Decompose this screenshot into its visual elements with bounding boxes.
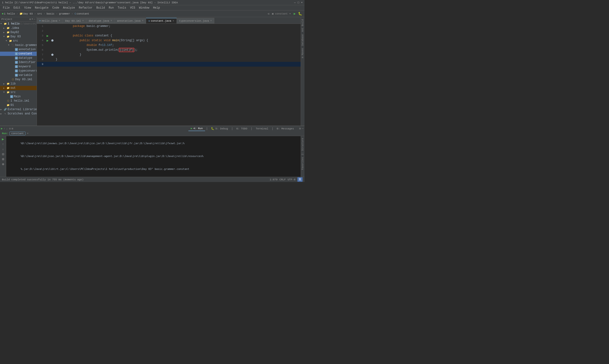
tree-item-out[interactable]: ▶ 📁 out xyxy=(0,86,37,90)
tree-item-hello-iml[interactable]: ⬡ 1 hello.iml xyxy=(0,99,37,103)
bottom-tab-todo[interactable]: 6: TODO xyxy=(234,127,250,131)
run-stop-down-btn[interactable]: ↓ xyxy=(6,127,8,130)
bottom-tab-terminal[interactable]: Terminal xyxy=(253,127,271,131)
breadcrumb-basic[interactable]: basic xyxy=(47,12,54,15)
console-run-btn[interactable]: ▶ xyxy=(1,137,5,141)
console-wrap-btn[interactable]: ⊞ xyxy=(1,157,5,161)
tree-item-annotation[interactable]: C annotation xyxy=(0,47,37,52)
menu-vcs[interactable]: VCS xyxy=(128,6,137,10)
bottom-tab-debug[interactable]: 🐛 5: Debug xyxy=(209,126,230,131)
run-tab-label: 4: Run xyxy=(194,127,203,130)
menu-code[interactable]: Code xyxy=(51,6,61,10)
tab-day03-iml[interactable]: Day 03.iml × xyxy=(63,18,86,24)
tab-annotation[interactable]: annotation.java × xyxy=(115,18,146,24)
tree-item-identifier[interactable]: C Identifier xyxy=(0,60,37,65)
database-label[interactable]: Database xyxy=(301,33,304,47)
tree-item-datatype[interactable]: C datatype xyxy=(0,56,37,60)
run-button[interactable]: ▶ xyxy=(293,12,297,16)
run-config-dropdown[interactable]: ▣ constant ▾ xyxy=(271,12,292,15)
run-stop-up-btn[interactable]: ↑ xyxy=(4,127,5,130)
sidebar-toolbar[interactable]: ⚙ ≡ — xyxy=(29,18,35,21)
tree-item-variable[interactable]: C variable xyxy=(0,73,37,77)
settings-icon[interactable]: ⚙ xyxy=(299,127,301,130)
tree-item-constant[interactable]: C constant xyxy=(0,52,37,56)
tab-close-hello[interactable]: × xyxy=(59,20,60,22)
breadcrumb-constant[interactable]: C constant xyxy=(75,12,89,15)
tree-item-keyword[interactable]: C keyword xyxy=(0,65,37,69)
favorites-label[interactable]: Favorites xyxy=(301,156,304,171)
tree-item-typeconversion[interactable]: C typeconversion xyxy=(0,69,37,73)
sidebar-expand-icon[interactable]: ≡ xyxy=(32,18,33,21)
breadcrumb-day[interactable]: 📁 Day 03 xyxy=(20,12,33,15)
tree-item-root[interactable]: ▼ 📁 1 hello C:\Users\PC\Idea... xyxy=(0,22,37,26)
tree-item-ext-libs[interactable]: ▶ 🔗 External Libraries xyxy=(0,107,37,112)
bottom-tab-run[interactable]: ▶ 4: Run xyxy=(188,126,205,131)
menu-file[interactable]: File xyxy=(1,6,12,10)
tab-close-datatype[interactable]: × xyxy=(111,20,112,22)
tab-hello-java[interactable]: ● Hello.java × xyxy=(37,18,63,24)
debug-button[interactable]: 🐛 xyxy=(298,12,303,16)
maximize-button[interactable]: □ xyxy=(298,1,299,4)
tab-constant[interactable]: ● constant.java × xyxy=(146,18,177,24)
run-layout-btn[interactable]: ⊟ xyxy=(9,127,11,130)
close-button[interactable]: × xyxy=(301,1,303,4)
tab-label-hello: Hello.java xyxy=(42,20,57,22)
tree-item-src-root[interactable]: ▼ 📁 src xyxy=(0,90,37,94)
sidebar-settings-icon[interactable]: ⚙ xyxy=(29,18,31,21)
menu-view[interactable]: View xyxy=(22,6,33,10)
console-tab-name[interactable]: constant xyxy=(10,131,26,135)
console-line-cp1: %D:\Java\jre\lib\javaws.jar;D:\Java\jre\… xyxy=(8,137,299,150)
menu-navigate[interactable]: Navigate xyxy=(33,6,51,10)
tab-datatype[interactable]: datatype.java × xyxy=(86,18,115,24)
run-wrap-btn[interactable]: ⊞ xyxy=(12,127,13,130)
tree-item-scratches[interactable]: ▶ ✎ Scratches and Consoles xyxy=(0,112,37,116)
window-controls[interactable]: — □ × xyxy=(294,1,303,4)
nav-back-btn[interactable]: ◁ xyxy=(267,12,270,15)
tree-item-src-day03[interactable]: ▼ 📁 src xyxy=(0,39,37,43)
tree-item-basic-grammer[interactable]: ▼ ⬛ basic.grammer xyxy=(0,43,37,47)
breadcrumb-project[interactable]: ■ 1 hello xyxy=(2,12,15,15)
code-editor[interactable]: 1 package basic.grammer; 2 3 ▶ pu xyxy=(37,24,301,126)
breadcrumb-grammer[interactable]: grammer xyxy=(59,12,70,15)
close-panel-icon[interactable]: — xyxy=(302,127,304,130)
console-clear-btn[interactable]: ⊗ xyxy=(1,162,5,166)
bottom-tab-messages[interactable]: 0: Messages xyxy=(274,127,297,131)
console-close-tab[interactable]: × xyxy=(27,132,28,135)
menu-edit[interactable]: Edit xyxy=(12,6,22,10)
line-num-8: 8 xyxy=(37,58,45,61)
console-down-btn[interactable]: ↓ xyxy=(1,147,5,151)
tab-typeconversion[interactable]: typeconversion.java × xyxy=(177,18,214,24)
tree-item-idea[interactable]: ▶ 📁 .idea xyxy=(0,26,37,30)
tree-item-01[interactable]: 📁 01 xyxy=(0,103,37,107)
tab-close-annotation[interactable]: × xyxy=(142,20,143,22)
tree-item-main[interactable]: C Main xyxy=(0,94,37,99)
sidebar-minimize-icon[interactable]: — xyxy=(34,18,35,21)
run-restart-btn[interactable]: ▶ xyxy=(1,127,3,130)
menu-build[interactable]: Build xyxy=(94,6,107,10)
breadcrumb-src[interactable]: src xyxy=(37,12,42,15)
breadcrumb-sep-3: › xyxy=(43,12,45,15)
tree-item-day03[interactable]: ▼ 📁 Day 03 xyxy=(0,35,37,39)
console-layout: ▶ ↑ ↓ ⊟ ⊞ ⊗ %D:\Java\jre\lib\javaws.jar;… xyxy=(0,136,305,177)
status-lang[interactable]: 英 xyxy=(297,177,303,182)
menu-analyze[interactable]: Analyze xyxy=(61,6,77,10)
tab-close-day03-iml[interactable]: × xyxy=(82,20,84,22)
tree-item-day02[interactable]: ▶ 📁 Day02 xyxy=(0,30,37,35)
status-encoding: UTF-8 xyxy=(288,178,296,181)
menu-tools[interactable]: Tools xyxy=(116,6,128,10)
tab-close-typeconversion[interactable]: × xyxy=(210,20,212,22)
line-bp-7: ⬟ xyxy=(50,53,55,57)
menu-run[interactable]: Run xyxy=(107,6,116,10)
menu-help[interactable]: Help xyxy=(151,6,162,10)
console-up-btn[interactable]: ↑ xyxy=(1,142,5,146)
structure-label[interactable]: 2: Structure xyxy=(301,137,304,156)
tree-item-day03-iml[interactable]: ⬡ Day 03.iml xyxy=(0,77,37,82)
console-layout-btn[interactable]: ⊟ xyxy=(1,152,5,156)
minimize-button[interactable]: — xyxy=(294,1,296,4)
tree-item-lib[interactable]: ▶ 📁 lib xyxy=(0,82,37,86)
maven-label[interactable]: m Maven xyxy=(301,47,304,59)
tab-close-constant[interactable]: × xyxy=(173,20,174,22)
ant-build-label[interactable]: Ant Build xyxy=(301,18,304,33)
menu-refactor[interactable]: Refactor xyxy=(77,6,94,10)
menu-window[interactable]: Window xyxy=(137,6,151,10)
